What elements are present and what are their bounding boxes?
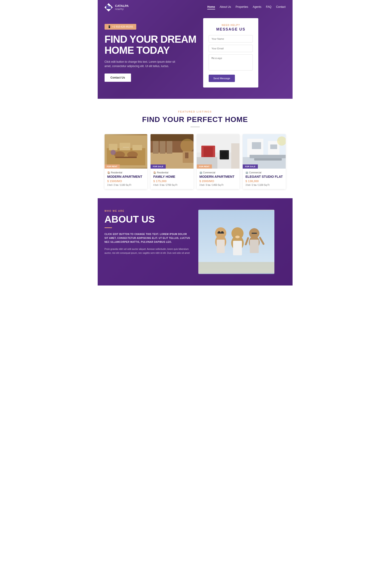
about-heading: ABOUT US	[104, 214, 192, 224]
phone-icon: 📱	[108, 25, 111, 28]
listing-image-3: FOR RENT	[197, 134, 240, 168]
svg-rect-57	[198, 262, 274, 273]
form-title: MESSAGE US	[209, 27, 253, 32]
listing-type-1: 🏠Residential	[107, 171, 145, 174]
listing-details-1: 3 bd / 2 ba / 1100 Sq Ft	[107, 184, 145, 186]
svg-rect-45	[221, 231, 223, 233]
svg-rect-37	[252, 142, 261, 149]
send-button[interactable]: Send Message	[209, 75, 235, 82]
hero-content: 📱 +1 910-626-85255 FIND YOUR DREAM HOME …	[104, 24, 199, 82]
listing-card-1[interactable]: FOR RENT 🏠Residential MODERN APARTMENT $…	[104, 134, 147, 189]
listing-price-2: $ 175,000	[153, 179, 191, 183]
nav-agents[interactable]: Agents	[253, 5, 261, 9]
listing-image-4: FOR SALE	[243, 134, 286, 168]
listing-title-3: MODERN APARTMENT	[199, 175, 237, 178]
featured-section: FEATURED LISTINGS FIND YOUR PERFECT HOME	[98, 99, 292, 198]
hero-headline: FIND YOUR DREAM HOME TODAY	[104, 34, 199, 56]
about-highlight: CLICK EDIT BUTTON TO CHANGE THIS TEXT. L…	[104, 232, 192, 244]
message-input[interactable]	[209, 54, 253, 71]
about-body: Proin gravida nibh vel velit auctor aliq…	[104, 247, 192, 255]
listing-card-2[interactable]: FOR SALE 🏠Residential FAMILY HOME $ 175,…	[150, 134, 194, 189]
svg-rect-18	[167, 141, 172, 154]
svg-rect-50	[233, 241, 242, 255]
nav-faq[interactable]: FAQ	[266, 5, 271, 9]
svg-point-12	[110, 150, 116, 155]
svg-point-49	[235, 236, 240, 238]
listing-price-4: $ 138,000	[245, 179, 283, 183]
listing-title-1: MODERN APARTMENT	[107, 175, 145, 178]
svg-rect-46	[217, 240, 225, 253]
logo[interactable]: CATALPA realty	[104, 3, 129, 11]
svg-rect-36	[254, 158, 282, 161]
svg-rect-29	[231, 143, 240, 168]
logo-text: CATALPA realty	[115, 4, 129, 11]
svg-rect-11	[115, 157, 137, 158]
logo-icon	[104, 3, 113, 11]
listing-info-2: 🏠Residential FAMILY HOME $ 175,000 4 bd …	[150, 168, 194, 189]
listing-title-4: ELEGANT STUDIO FLAT	[245, 175, 283, 178]
about-label: WHO WE ARE	[104, 210, 192, 212]
svg-rect-22	[185, 153, 189, 158]
listing-info-1: 🏠Residential MODERN APARTMENT $ 1500/MO …	[104, 168, 147, 189]
listing-card-4[interactable]: FOR SALE 🏢Commercial ELEGANT STUDIO FLAT…	[243, 134, 286, 189]
listing-info-4: 🏢Commercial ELEGANT STUDIO FLAT $ 138,00…	[243, 168, 286, 189]
listing-price-1: $ 1500/MO	[107, 179, 145, 183]
divider	[191, 126, 200, 127]
svg-rect-7	[119, 143, 130, 150]
svg-rect-13	[123, 147, 129, 147]
about-divider	[104, 227, 112, 228]
about-content: WHO WE ARE ABOUT US CLICK EDIT BUTTON TO…	[104, 210, 192, 255]
svg-rect-35	[249, 155, 286, 158]
nav-links: Home About Us Properties Agents FAQ Cont…	[207, 5, 286, 9]
featured-heading: FIND YOUR PERFECT HOME	[104, 115, 286, 124]
listing-details-2: 4 bd / 3 ba / 2700 Sq Ft	[153, 184, 191, 186]
listing-type-2: 🏠Residential	[153, 171, 191, 174]
svg-rect-44	[218, 231, 220, 233]
phone-badge: 📱 +1 910-626-85255	[104, 24, 136, 30]
hero-section: CATALPA realty Home About Us Properties …	[98, 0, 292, 99]
listing-price-3: $ 2000/MO	[199, 179, 237, 183]
listing-badge-1: FOR RENT	[104, 165, 120, 168]
listing-card-3[interactable]: FOR RENT 🏢Commercial MODERN APARTMENT $ …	[197, 134, 240, 189]
listing-badge-2: FOR SALE	[150, 165, 166, 168]
about-photo	[198, 210, 274, 274]
svg-rect-0	[106, 6, 109, 9]
listing-image-1: FOR RENT	[104, 134, 147, 168]
about-image	[198, 210, 274, 274]
svg-rect-53	[251, 233, 257, 234]
listing-details-3: 3 bd / 3 ba / 1450 Sq Ft	[199, 184, 237, 186]
svg-rect-6	[109, 144, 117, 150]
listings-grid: FOR RENT 🏠Residential MODERN APARTMENT $…	[104, 134, 286, 189]
svg-rect-16	[153, 141, 159, 154]
listing-title-2: FAMILY HOME	[153, 175, 191, 178]
contact-button[interactable]: Contact Us	[104, 74, 131, 82]
listing-info-3: 🏢Commercial MODERN APARTMENT $ 2000/MO 3…	[197, 168, 240, 189]
svg-point-28	[221, 151, 228, 158]
listing-image-2: FOR SALE	[150, 134, 194, 168]
about-section: WHO WE ARE ABOUT US CLICK EDIT BUTTON TO…	[98, 198, 292, 286]
svg-rect-8	[132, 145, 142, 150]
listing-badge-4: FOR SALE	[243, 165, 258, 168]
need-help-label: NEED HELP?	[209, 24, 253, 26]
listing-details-4: 3 bd / 2 ba / 1100 Sq Ft	[245, 184, 283, 186]
nav-properties[interactable]: Properties	[236, 5, 248, 9]
nav-about[interactable]: About Us	[220, 5, 231, 9]
svg-marker-1	[105, 4, 109, 6]
nav-home[interactable]: Home	[207, 5, 215, 9]
email-input[interactable]	[209, 45, 253, 52]
hero-subtext: Click edit button to change this text. L…	[104, 60, 183, 68]
listing-type-4: 🏢Commercial	[245, 171, 283, 174]
listing-badge-3: FOR RENT	[197, 165, 212, 168]
svg-rect-38	[270, 144, 277, 149]
name-input[interactable]	[209, 35, 253, 42]
svg-rect-54	[250, 240, 259, 253]
contact-form: NEED HELP? MESSAGE US Send Message	[203, 18, 258, 87]
listing-type-3: 🏢Commercial	[199, 171, 237, 174]
navbar: CATALPA realty Home About Us Properties …	[98, 0, 292, 15]
nav-contact[interactable]: Contact	[276, 5, 286, 9]
featured-label: FEATURED LISTINGS	[104, 110, 286, 113]
